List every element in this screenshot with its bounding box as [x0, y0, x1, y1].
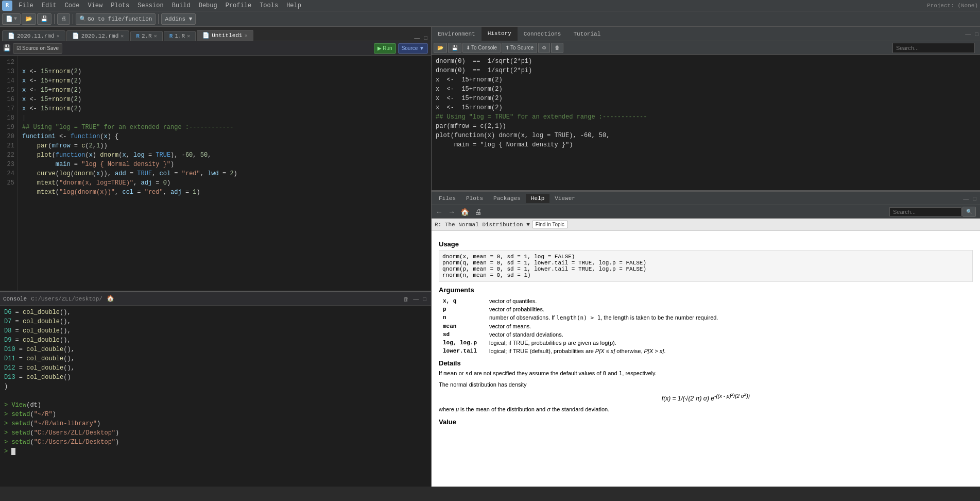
close-icon[interactable]: ✕ — [245, 32, 248, 39]
tab-2020-12[interactable]: 📄 2020.12.rmd ✕ — [66, 30, 130, 41]
code-editor[interactable]: 1213141516 1718192021 22232425 x <- 15+r… — [0, 56, 431, 291]
minimize-console-button[interactable]: — — [411, 296, 420, 302]
history-line[interactable]: x <- 15+rnorm(2) — [436, 103, 976, 112]
help-formula: f(x) = 1/(√(2 π) σ) e-((x - μ)2/(2 σ2)) — [439, 392, 973, 402]
run-button[interactable]: ▶ Run — [374, 43, 396, 54]
history-line[interactable]: x <- 15+rnorm(2) — [436, 85, 976, 94]
file-icon: 📄 — [8, 32, 15, 39]
project-badge: Project: (None) — [927, 3, 978, 9]
save-icon: 💾 — [3, 44, 11, 52]
save-button[interactable]: 💾 — [37, 13, 51, 25]
menu-file[interactable]: File — [14, 0, 38, 11]
close-icon[interactable]: ✕ — [154, 33, 157, 39]
tab-plots[interactable]: Plots — [461, 194, 488, 203]
menu-profile[interactable]: Profile — [221, 0, 255, 11]
to-source-button[interactable]: ⬆ To Source — [502, 43, 537, 53]
console-cursor-line[interactable]: > — [4, 447, 427, 456]
console-line: D13 = col_double() — [4, 373, 427, 382]
arg-desc: logical; if TRUE (default), probabilitie… — [485, 347, 973, 355]
arg-desc: vector of standard deviations. — [485, 330, 973, 339]
history-line[interactable]: par(mfrow = c(2,1)) — [436, 122, 976, 131]
new-file-button[interactable]: 📄 ▼ — [2, 13, 21, 25]
history-line[interactable]: ## Using "log = TRUE" for an extended ra… — [436, 112, 976, 122]
tab-label: 1.R — [175, 33, 185, 39]
history-search-input[interactable] — [892, 43, 975, 53]
minimize-right-top-button[interactable]: — — [964, 31, 972, 37]
load-history-button[interactable]: 📂 — [434, 43, 447, 53]
help-usage-code: dnorm(x, mean = 0, sd = 1, log = FALSE) … — [439, 250, 973, 282]
to-console-button[interactable]: ⬇ To Console — [462, 43, 501, 53]
history-options-button[interactable]: ⚙ — [538, 43, 550, 53]
maximize-console-button[interactable]: □ — [421, 296, 428, 302]
table-row: sd vector of standard deviations. — [439, 330, 973, 339]
menu-build[interactable]: Build — [168, 0, 195, 11]
table-row: x, q vector of quantiles. — [439, 297, 973, 305]
arg-name: lower.tail — [439, 347, 485, 355]
find-in-topic-button[interactable]: Find in Topic — [532, 221, 568, 228]
history-line[interactable]: plot(function(x) dnorm(x, log = TRUE), -… — [436, 131, 976, 140]
menu-help[interactable]: Help — [282, 0, 305, 11]
tab-environment[interactable]: Environment — [432, 27, 482, 41]
maximize-editor-button[interactable]: □ — [422, 35, 429, 41]
help-home-button[interactable]: 🏠 — [458, 208, 471, 216]
history-line[interactable]: x <- 15+rnorm(2) — [436, 75, 976, 85]
menu-view[interactable]: View — [83, 0, 107, 11]
menu-tools[interactable]: Tools — [255, 0, 282, 11]
go-to-file-button[interactable]: 🔍 Go to file/function — [76, 13, 156, 25]
maximize-right-top-button[interactable]: □ — [973, 31, 980, 37]
help-content[interactable]: Usage dnorm(x, mean = 0, sd = 1, log = F… — [432, 231, 980, 487]
right-panel: Environment History Connections Tutorial… — [432, 27, 980, 487]
toolbar-separator-1 — [54, 14, 55, 24]
close-icon[interactable]: ✕ — [57, 33, 60, 39]
console-line: > setwd("C:/Users/ZLL/Desktop") — [4, 438, 427, 447]
tab-connections[interactable]: Connections — [518, 27, 568, 41]
close-icon[interactable]: ✕ — [187, 33, 190, 39]
help-forward-button[interactable]: → — [446, 208, 457, 216]
tab-history[interactable]: History — [482, 27, 518, 41]
code-content[interactable]: x <- 15+rnorm(2) x <- 15+rnorm(2) x <- 1… — [18, 56, 431, 291]
menu-debug[interactable]: Debug — [195, 0, 221, 11]
history-line[interactable]: dnorm(0) == 1/sqrt(2*pi) — [436, 57, 976, 66]
clear-console-button[interactable]: 🗑 — [402, 296, 410, 302]
console-line: D6 = col_double(), — [4, 308, 427, 317]
menu-session[interactable]: Session — [133, 0, 167, 11]
console-area: Console C:/Users/ZLL/Desktop/ 🏠 🗑 — □ D6… — [0, 291, 431, 487]
close-icon[interactable]: ✕ — [121, 33, 124, 39]
history-line[interactable]: x <- 15+rnorm(2) — [436, 94, 976, 103]
file-icon: 📄 — [202, 32, 210, 39]
help-search-button[interactable]: 🔍 — [962, 207, 976, 217]
print-button[interactable]: 🖨 — [57, 13, 70, 25]
delete-history-button[interactable]: 🗑 — [551, 43, 563, 53]
minimize-right-bottom-button[interactable]: — — [961, 195, 970, 202]
delete-icon: 🗑 — [555, 45, 560, 51]
arg-name: log, log.p — [439, 339, 485, 347]
console-content[interactable]: D6 = col_double(), D7 = col_double(), D8… — [0, 306, 431, 487]
history-line[interactable]: main = "log { Normal density }") — [436, 140, 976, 149]
menu-edit[interactable]: Edit — [38, 0, 61, 11]
tab-files[interactable]: Files — [434, 194, 461, 203]
help-search-input[interactable] — [889, 207, 961, 216]
tab-packages[interactable]: Packages — [488, 194, 526, 203]
maximize-right-bottom-button[interactable]: □ — [971, 195, 978, 202]
source-on-save-button[interactable]: ☑ Source on Save — [13, 43, 62, 54]
source-button[interactable]: Source ▼ — [398, 43, 428, 54]
new-file-icon: 📄 — [6, 15, 13, 22]
menu-code[interactable]: Code — [61, 0, 84, 11]
tab-2r[interactable]: R 2.R ✕ — [130, 31, 162, 41]
addins-button[interactable]: Addins ▼ — [161, 13, 196, 25]
help-back-button[interactable]: ← — [434, 208, 445, 216]
tab-2020-11[interactable]: 📄 2020.11.rmd ✕ — [2, 30, 65, 41]
table-row: mean vector of means. — [439, 322, 973, 330]
history-line[interactable]: dnorm(0) == 1/sqrt(2*pi) — [436, 66, 976, 75]
tab-label: Untitled1 — [212, 32, 242, 39]
help-print-button[interactable]: 🖨 — [472, 208, 484, 216]
open-file-button[interactable]: 📂 — [22, 13, 36, 25]
tab-untitled1[interactable]: 📄 Untitled1 ✕ — [197, 30, 253, 41]
save-history-button[interactable]: 💾 — [448, 43, 461, 53]
tab-help[interactable]: Help — [526, 194, 549, 203]
minimize-editor-button[interactable]: — — [412, 35, 421, 41]
tab-1r[interactable]: R 1.R ✕ — [164, 31, 196, 41]
tab-viewer[interactable]: Viewer — [549, 194, 580, 203]
tab-tutorial[interactable]: Tutorial — [567, 27, 607, 41]
menu-plots[interactable]: Plots — [107, 0, 133, 11]
